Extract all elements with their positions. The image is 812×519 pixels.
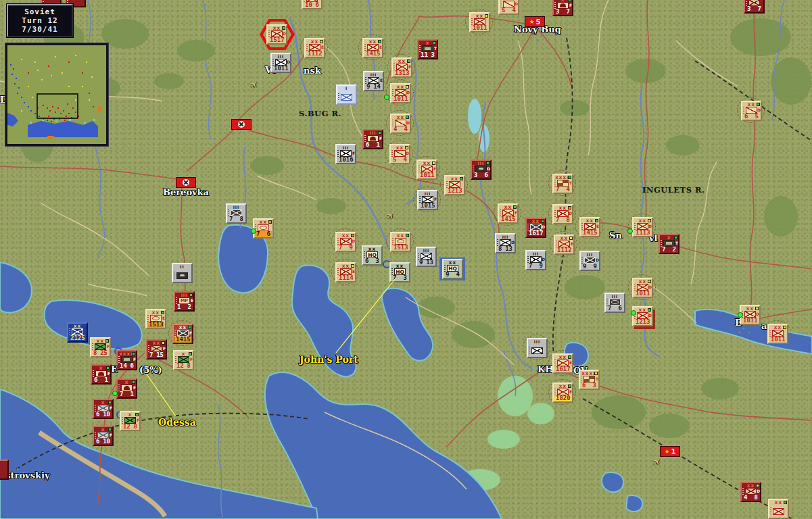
unit-mode-letter: F — [110, 405, 112, 410]
unit-counter[interactable]: IIID1011 — [270, 53, 291, 73]
unit-symbol-xdark-icon — [530, 224, 542, 230]
unit-counter[interactable]: XX1513 — [390, 232, 411, 252]
unit-symbol-x-icon — [557, 389, 569, 395]
unit-counter[interactable]: XXD48 — [740, 482, 761, 502]
unit-counter[interactable] — [0, 460, 9, 480]
unit-counter[interactable]: XXD79 — [335, 232, 356, 252]
unit-counter[interactable]: XXD78 — [552, 204, 573, 224]
unit-symbol-x-icon — [557, 210, 569, 217]
unit-counter[interactable]: I — [336, 84, 357, 105]
unit-counter[interactable]: III — [527, 338, 548, 358]
unit-steps-icon — [554, 2, 556, 9]
unit-counter[interactable]: XT113 — [417, 39, 438, 59]
minimap[interactable] — [5, 43, 108, 146]
unit-steps-icon — [746, 0, 747, 6]
unit-counter[interactable]: XXXXT63 — [579, 370, 600, 390]
unit-counter[interactable]: XXE1617 — [552, 353, 573, 374]
unit-steps-icon — [364, 251, 365, 258]
unit-counter[interactable]: XXF1415 — [172, 324, 193, 344]
unit-counter[interactable]: XXE1415 — [362, 38, 383, 58]
unit-counter[interactable]: XX1213 — [444, 175, 465, 195]
unit-counter[interactable]: XXF825 — [90, 337, 111, 357]
unit-counter[interactable]: XX2125 — [67, 322, 88, 343]
unit-counter[interactable]: XXE1820 — [552, 382, 573, 403]
unit-counter[interactable]: III78 — [226, 203, 247, 224]
unit-counter[interactable]: XXE1112 — [554, 234, 575, 255]
unit-status-square-icon — [486, 162, 489, 165]
unit-steps-icon — [228, 209, 229, 216]
unit-counter[interactable]: XXE1415 — [579, 217, 600, 237]
unit-counter[interactable]: XX1011 — [767, 324, 788, 344]
unit-counter[interactable]: XXD54 — [498, 0, 519, 15]
unit-mode-letter: F — [137, 418, 139, 422]
unit-symbol-x-icon — [309, 44, 320, 51]
unit-counter[interactable]: XX76 — [253, 218, 274, 239]
unit-counter[interactable]: XXD1011 — [390, 83, 411, 103]
unit-counter[interactable]: XT72 — [659, 234, 679, 254]
unit-counter[interactable]: XF128 — [173, 350, 194, 370]
unit-counter[interactable]: XXD1517 — [266, 24, 287, 45]
unit-counter[interactable]: XXHQ94 — [442, 259, 463, 279]
unit-mode-letter: D — [648, 285, 652, 289]
unit-counter[interactable]: XF61 — [91, 364, 112, 385]
unit-strength-values: 63 — [364, 258, 381, 264]
unit-status-square-icon — [674, 236, 677, 239]
unit-counter[interactable]: XXHQ63 — [362, 245, 383, 266]
unit-counter[interactable]: XXHQ73 — [389, 262, 410, 282]
unit-counter[interactable]: XX — [768, 499, 789, 519]
unit-counter[interactable]: II — [172, 263, 193, 283]
unit-counter[interactable]: III913 — [416, 247, 437, 267]
unit-mode-letter: E — [569, 389, 572, 394]
unit-counter[interactable]: XF71 — [116, 378, 137, 399]
unit-counter[interactable]: IIIMPE12 — [174, 291, 195, 312]
unit-counter[interactable]: XXE1114 — [335, 262, 356, 282]
unit-counter[interactable]: XXF1415 — [498, 203, 519, 224]
unit-counter[interactable]: XXD1011 — [632, 278, 653, 298]
unit-counter[interactable]: XX106 — [302, 0, 323, 9]
unit-counter[interactable]: XXD44 — [390, 114, 411, 134]
unit-symbol-x-icon — [772, 330, 784, 337]
unit-counter[interactable]: XXD1213 — [632, 306, 653, 326]
unit-counter[interactable]: XXD1113 — [632, 217, 653, 237]
unit-counter[interactable]: IIIF1016 — [335, 144, 356, 164]
unit-strength-values: 1011 — [634, 291, 651, 297]
unit-steps-icon — [93, 370, 94, 377]
unit-counter[interactable]: XXD1617 — [525, 218, 546, 238]
unit-status-square-icon — [569, 237, 573, 240]
unit-counter[interactable]: X37 — [744, 0, 765, 14]
unit-counter[interactable]: XXXXT74 — [552, 174, 573, 194]
unit-status-square-icon — [320, 40, 323, 43]
unit-counter[interactable]: IIID79 — [525, 250, 546, 270]
unit-counter[interactable]: III76 — [604, 293, 625, 313]
unit-counter[interactable]: XXF1011 — [416, 159, 437, 180]
unit-counter[interactable]: IIIF1015 — [417, 190, 438, 210]
unit-mode-letter: F — [379, 136, 382, 141]
unit-counter[interactable]: IIIF61 — [362, 129, 383, 149]
unit-symbol-xdark-icon — [231, 209, 242, 216]
unit-counter[interactable]: XXXXF146 — [116, 350, 137, 370]
unit-counter[interactable]: XXD65 — [741, 101, 762, 121]
unit-counter[interactable]: XXE1513 — [145, 309, 166, 329]
unit-counter[interactable]: XXF715 — [146, 339, 167, 360]
unit-status-square-icon — [406, 85, 409, 89]
unit-counter[interactable]: XF128 — [120, 411, 141, 431]
unit-steps-icon — [419, 45, 421, 52]
unit-counter[interactable]: XX1011 — [469, 12, 490, 32]
unit-mode-letter: E — [408, 64, 411, 69]
unit-status-square-icon — [783, 326, 786, 329]
unit-counter[interactable]: XF37 — [552, 0, 573, 16]
unit-counter[interactable]: IIID36 — [471, 159, 492, 180]
unit-counter[interactable]: IIID99 — [579, 251, 600, 271]
unit-counter[interactable]: XF610 — [93, 399, 114, 419]
game-map[interactable]: VonskNovy BugBereovkaSnvlKHOVBauestrovsk… — [0, 0, 812, 519]
unit-counter[interactable]: IIIE914 — [363, 71, 384, 91]
unit-steps-icon — [391, 268, 393, 275]
unit-counter[interactable]: XXE1313 — [391, 57, 412, 78]
unit-status-square-icon — [106, 366, 110, 370]
unit-counter[interactable]: IIID813 — [495, 233, 516, 253]
unit-counter[interactable]: XXE1112 — [304, 38, 325, 58]
unit-strength-values: 715 — [148, 352, 165, 358]
unit-counter[interactable]: XXD54 — [389, 144, 410, 164]
unit-mode-letter: T — [675, 241, 678, 245]
unit-counter[interactable]: XF610 — [93, 426, 114, 446]
